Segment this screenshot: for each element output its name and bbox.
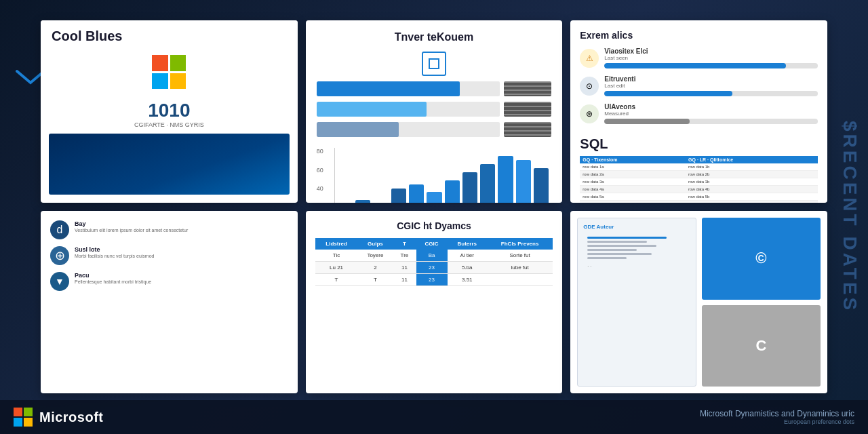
main-card-icon-box [422, 52, 446, 76]
right-top-title: Exrem alics [580, 30, 818, 41]
col-header-6: FhCls Prevens [487, 238, 553, 250]
ms-brand: Microsoft [14, 408, 104, 427]
mini-doc-blue-label: GDE Auteur [583, 224, 690, 230]
sql-row-4: row data 4a row data 4b [580, 186, 818, 193]
hbar-row-2 [317, 102, 552, 117]
ms-logo-yellow [170, 73, 186, 90]
data-cell-3-2: T [357, 274, 393, 286]
col-header-4: CGIC [416, 238, 448, 250]
sql-section: SQL GQ · Tixensiom GQ · LR · Qlittomice … [580, 136, 818, 203]
sql-row-1: row data 1a row data 1b [580, 163, 818, 171]
cool-blues-blue-block [49, 134, 290, 195]
metric-sublabel-3: Measured [604, 111, 818, 117]
brand-name: Microsoft [39, 410, 104, 425]
right-deco-text: $RECENT DATES [839, 121, 861, 313]
list-item-1: d Bay Vestibulum elit lorem ipsum dolor … [50, 220, 288, 239]
bar-8 [462, 172, 477, 203]
metric-sublabel-1: Last seen [604, 55, 818, 61]
metric-sublabel-2: Last edit [604, 83, 818, 89]
mini-doc-note: · · [587, 264, 686, 269]
sql-table: GQ · Tixensiom GQ · LR · Qlittomice row … [580, 156, 818, 203]
data-cell-3-5: 3.51 [448, 274, 487, 286]
hbar-fill-1 [317, 81, 460, 96]
list-icon-1: d [50, 220, 69, 239]
hbar-stripes-2 [504, 102, 551, 117]
data-cell-1-3: Tre [393, 250, 416, 262]
data-cell-2-6: lube fut [487, 262, 553, 274]
cool-blues-title: Cool Blues [52, 28, 122, 44]
metric-bar-track-3 [604, 119, 818, 124]
list-title-1: Bay [75, 220, 288, 227]
data-cell-2-1: Lu 21 [315, 262, 358, 274]
data-cell-1-2: Toyere [357, 250, 393, 262]
data-cell-3-1: T [315, 274, 358, 286]
metric-bar-track-2 [604, 91, 818, 96]
bar-11 [516, 160, 531, 203]
metric-content-1: Viaositex Elci Last seen [604, 47, 818, 68]
bottom-title: Microsoft Dynamistics and Dynaminics uri… [700, 409, 854, 418]
bar-5 [409, 184, 424, 203]
list-text-2: Susl lote Morbi facilisis nunc vel turpi… [75, 246, 288, 260]
data-table: Lidstred Guips T CGIC Buterrs FhCls Prev… [315, 238, 553, 286]
list-title-2: Susl lote [75, 246, 288, 253]
metric-icon-2: ⊙ [580, 77, 599, 96]
metric-label-2: Eitruventi [604, 75, 818, 83]
mini-line-1 [587, 237, 666, 239]
cool-blues-logo-area [41, 50, 298, 94]
sql-label: SQL [580, 136, 818, 152]
sql-cell-1-2: row data 1b [686, 163, 818, 171]
list-item-3: ▼ Pacu Pellentesque habitant morbi trist… [50, 272, 288, 291]
gray-card-icon: C [755, 337, 766, 355]
list-text-3: Pacu Pellentesque habitant morbi tristiq… [75, 272, 288, 285]
hbar-stripes-3 [504, 122, 551, 137]
metric-content-2: Eitruventi Last edit [604, 75, 818, 96]
ms-sq-green [24, 408, 33, 416]
hbar-row-1 [317, 81, 552, 96]
ms-sq-blue-bottom [14, 418, 22, 427]
y-label-40: 40 [317, 185, 323, 192]
main-card-icon-area [317, 52, 552, 76]
main-chart-title: Tnver teKouem [317, 31, 552, 43]
data-cell-2-4: 23 [416, 262, 448, 274]
mini-line-4 [587, 249, 637, 251]
cool-blues-number-sub: CGIFARTE · NMS GYRIS [46, 121, 292, 128]
bottom-bar: Microsoft Microsoft Dynamistics and Dyna… [0, 400, 868, 434]
mini-line-6 [587, 257, 627, 259]
sql-cell-3-2: row data 3b [686, 178, 818, 186]
data-cell-3-3: 11 [393, 274, 416, 286]
bottom-right-info: Microsoft Dynamistics and Dynaminics uri… [700, 409, 854, 425]
data-cell-1-1: Tic [315, 250, 358, 262]
sql-col-1: GQ · Tixensiom [580, 156, 686, 163]
data-row-2: Lu 21 2 11 23 5.ba lube fut [315, 262, 553, 274]
data-row-3: T T 11 23 3.51 [315, 274, 553, 286]
metric-label-1: Viaositex Elci [604, 47, 818, 55]
col-header-2: Guips [357, 238, 393, 250]
data-cell-2-2: 2 [357, 262, 393, 274]
sql-row-2: row data 2a row data 2b [580, 171, 818, 178]
bar-chart [334, 148, 552, 203]
cool-blues-number-value: 1010 [46, 100, 292, 121]
list-text-1: Bay Vestibulum elit lorem ipsum dolor si… [75, 220, 288, 234]
metric-content-3: UIAveons Measured [604, 103, 818, 124]
ms-logo-red [152, 55, 168, 71]
bottom-subtitle: European preference dots [700, 418, 854, 425]
cool-blues-number: 1010 CGIFARTE · NMS GYRIS [41, 94, 298, 134]
sql-cell-5-1: row data 5a [580, 193, 686, 201]
hbar-track-2 [317, 102, 500, 117]
data-cell-2-3: 11 [393, 262, 416, 274]
card-cool-blues: Cool Blues 1010 CGIFARTE · NMS GYRIS [41, 20, 298, 203]
data-cell-3-4: 23 [416, 274, 448, 286]
hbar-track-3 [317, 122, 500, 137]
hbar-fill-2 [317, 102, 427, 117]
bar-12 [534, 168, 549, 203]
metric-bar-track-1 [604, 63, 818, 68]
sql-cell-2-1: row data 2a [580, 171, 686, 178]
list-item-2: ⊕ Susl lote Morbi facilisis nunc vel tur… [50, 246, 288, 265]
right-decoration: $RECENT DATES [831, 0, 868, 434]
metric-label-3: UIAveons [604, 103, 818, 111]
sql-row-5: row data 5a row data 5b [580, 193, 818, 201]
metric-bar-fill-2 [604, 91, 732, 96]
hbar-stripes-1 [504, 81, 551, 96]
metric-row-3: ⊛ UIAveons Measured [580, 103, 818, 124]
list-body-1: Vestibulum elit lorem ipsum dolor sit am… [75, 227, 288, 234]
